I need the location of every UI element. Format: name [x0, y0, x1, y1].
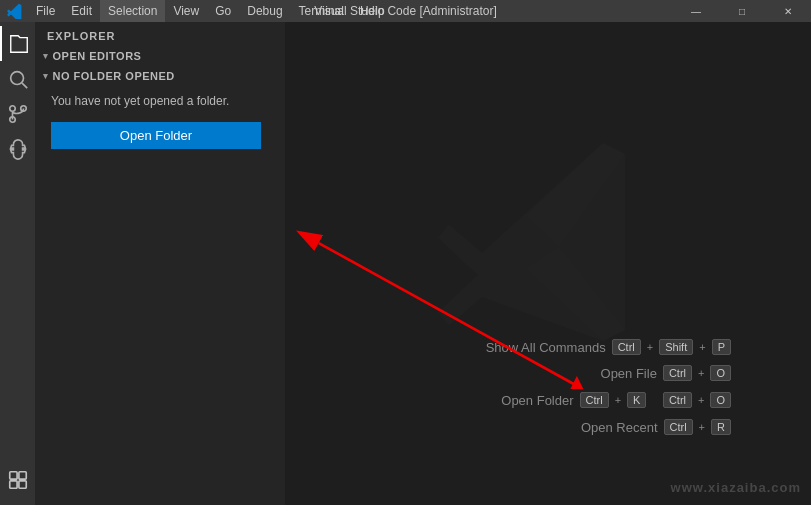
- activity-explorer[interactable]: [0, 26, 35, 61]
- menu-view[interactable]: View: [165, 0, 207, 22]
- kbd-r: R: [711, 419, 731, 435]
- menu-go[interactable]: Go: [207, 0, 239, 22]
- sidebar: Explorer ▾ Open Editors ▾ No Folder Open…: [35, 22, 285, 505]
- vscode-logo-icon: [6, 2, 24, 20]
- open-editors-section: ▾ Open Editors: [35, 46, 285, 66]
- no-folder-header[interactable]: ▾ No Folder Opened: [35, 68, 285, 84]
- activity-extensions[interactable]: [0, 462, 35, 497]
- sidebar-header: Explorer: [35, 22, 285, 46]
- kbd-shift: Shift: [659, 339, 693, 355]
- open-editors-chevron: ▾: [43, 51, 49, 61]
- menu-file[interactable]: File: [28, 0, 63, 22]
- open-editors-label: Open Editors: [53, 50, 142, 62]
- shortcut-open-file-label: Open File: [537, 366, 657, 381]
- kbd-o-1: O: [710, 365, 731, 381]
- shortcut-show-all-label: Show All Commands: [486, 340, 606, 355]
- kbd-ctrl-1: Ctrl: [612, 339, 641, 355]
- svg-rect-6: [18, 471, 25, 478]
- kbd-o-2: O: [710, 392, 731, 408]
- shortcut-open-folder: Open Folder Ctrl + K Ctrl + O: [454, 391, 731, 409]
- svg-point-0: [10, 71, 23, 84]
- svg-point-2: [9, 105, 15, 111]
- shortcut-open-file: Open File Ctrl + O: [454, 365, 731, 381]
- kbd-k: K: [627, 392, 646, 408]
- svg-rect-8: [18, 480, 25, 487]
- kbd-p: P: [712, 339, 731, 355]
- no-folder-section: ▾ No Folder Opened You have not yet open…: [35, 66, 285, 159]
- close-button[interactable]: ✕: [765, 0, 811, 22]
- activity-bar: [0, 22, 35, 505]
- shortcut-open-recent: Open Recent Ctrl + R: [454, 419, 731, 435]
- menu-selection[interactable]: Selection: [100, 0, 165, 22]
- activity-search[interactable]: [0, 61, 35, 96]
- minimize-button[interactable]: —: [673, 0, 719, 22]
- no-folder-message: You have not yet opened a folder.: [51, 92, 269, 110]
- kbd-ctrl-2: Ctrl: [663, 365, 692, 381]
- activity-debug[interactable]: [0, 131, 35, 166]
- maximize-button[interactable]: □: [719, 0, 765, 22]
- no-folder-chevron: ▾: [43, 71, 49, 81]
- shortcut-open-recent-label: Open Recent: [538, 420, 658, 435]
- no-folder-content: You have not yet opened a folder. Open F…: [35, 84, 285, 157]
- svg-line-1: [22, 83, 27, 88]
- titlebar-title: Visual Studio Code [Administrator]: [314, 4, 497, 18]
- svg-rect-7: [9, 480, 16, 487]
- kbd-ctrl-5: Ctrl: [664, 419, 693, 435]
- svg-rect-5: [9, 471, 16, 478]
- menu-edit[interactable]: Edit: [63, 0, 100, 22]
- activity-source-control[interactable]: [0, 96, 35, 131]
- kbd-ctrl-4: Ctrl: [663, 392, 692, 408]
- shortcuts-panel: Show All Commands Ctrl + Shift + P Open …: [454, 339, 731, 445]
- watermark-text: www.xiazaiba.com: [671, 480, 801, 495]
- kbd-ctrl-3: Ctrl: [580, 392, 609, 408]
- open-editors-header[interactable]: ▾ Open Editors: [35, 48, 285, 64]
- no-folder-label: No Folder Opened: [53, 70, 175, 82]
- shortcut-open-folder-label: Open Folder: [454, 393, 574, 408]
- menu-debug[interactable]: Debug: [239, 0, 290, 22]
- titlebar: File Edit Selection View Go Debug Termin…: [0, 0, 811, 22]
- open-folder-button[interactable]: Open Folder: [51, 122, 261, 149]
- shortcut-show-all: Show All Commands Ctrl + Shift + P: [454, 339, 731, 355]
- main-layout: Explorer ▾ Open Editors ▾ No Folder Open…: [0, 22, 811, 505]
- titlebar-controls: — □ ✕: [673, 0, 811, 22]
- vscode-watermark-logo: [438, 132, 658, 352]
- editor-area: Show All Commands Ctrl + Shift + P Open …: [285, 22, 811, 505]
